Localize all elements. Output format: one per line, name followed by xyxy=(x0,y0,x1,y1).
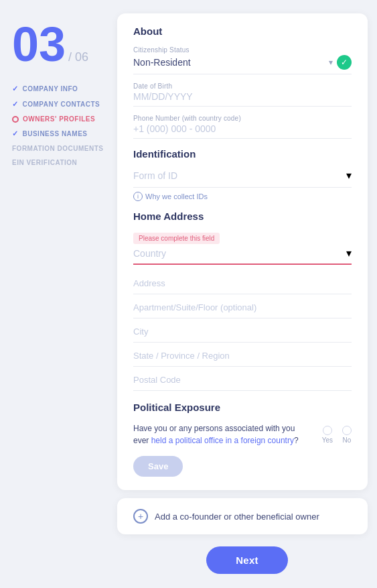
sidebar: 03 / 06 ✓ COMPANY INFO ✓ COMPANY CONTACT… xyxy=(0,13,117,581)
political-title: Political Exposure xyxy=(133,402,352,413)
political-question-row: Have you or any persons associated with … xyxy=(133,422,352,447)
apt-field[interactable]: Apartment/Suite/Floor (optional) xyxy=(133,297,352,318)
sidebar-item-label: EIN VERIFICATION xyxy=(12,159,77,166)
country-placeholder: Country xyxy=(133,248,166,259)
citizenship-value: Non-Resident ▾ ✓ xyxy=(133,55,352,74)
dropdown-arrow-icon: ▾ xyxy=(346,169,352,182)
checkmark-icon: ✓ xyxy=(337,55,352,70)
sidebar-item-label: FORMATION DOCUMENTS xyxy=(12,145,104,152)
sidebar-item-formation-docs[interactable]: FORMATION DOCUMENTS xyxy=(12,145,117,152)
step-indicator: 03 / 06 xyxy=(12,20,117,68)
why-collect-link[interactable]: i Why we collect IDs xyxy=(133,192,352,201)
radio-circle-icon xyxy=(342,426,352,435)
radio-circle-icon xyxy=(323,426,332,435)
sidebar-nav: ✓ COMPANY INFO ✓ COMPANY CONTACTS OWNERS… xyxy=(12,84,117,166)
sidebar-item-ein[interactable]: EIN VERIFICATION xyxy=(12,159,117,166)
yes-label: Yes xyxy=(322,436,333,444)
phone-label: Phone Number (with country code) xyxy=(133,115,352,122)
check-icon: ✓ xyxy=(12,84,19,93)
next-button-wrapper: Next xyxy=(117,546,377,581)
add-cofounder-text: Add a co-founder or other beneficial own… xyxy=(155,512,319,522)
dob-value[interactable]: MM/DD/YYYY xyxy=(133,91,352,107)
dropdown-arrow-icon: ▾ xyxy=(329,58,333,67)
check-icon: ✓ xyxy=(12,129,19,138)
sidebar-item-company-contacts[interactable]: ✓ COMPANY CONTACTS xyxy=(12,100,117,109)
phone-value[interactable]: +1 (000) 000 - 0000 xyxy=(133,123,352,139)
add-cofounder-card[interactable]: + Add a co-founder or other beneficial o… xyxy=(117,498,368,534)
check-icon: ✓ xyxy=(12,100,19,109)
identification-section: Identification Form of ID ▾ i Why we col… xyxy=(133,148,352,201)
city-field[interactable]: City xyxy=(133,321,352,343)
country-field[interactable]: Country ▾ xyxy=(133,247,352,265)
yes-radio[interactable] xyxy=(323,426,332,435)
postal-field[interactable]: Postal Code xyxy=(133,369,352,391)
citizenship-field: Citizenship Status Non-Resident ▾ ✓ xyxy=(133,46,352,74)
add-circle-icon: + xyxy=(133,509,148,524)
step-total: / 06 xyxy=(68,51,88,63)
why-collect-text: Why we collect IDs xyxy=(145,192,208,200)
step-current: 03 xyxy=(12,20,66,68)
sidebar-item-business-names[interactable]: ✓ BUSINESS NAMES xyxy=(12,129,117,138)
main-card: About Citizenship Status Non-Resident ▾ … xyxy=(117,13,368,490)
state-field[interactable]: State / Province / Region xyxy=(133,345,352,367)
citizenship-label: Citizenship Status xyxy=(133,46,352,54)
no-radio[interactable] xyxy=(342,426,352,435)
phone-field: Phone Number (with country code) +1 (000… xyxy=(133,115,352,139)
dropdown-arrow-icon: ▾ xyxy=(346,247,352,259)
sidebar-item-label: COMPANY CONTACTS xyxy=(23,101,100,108)
dob-label: Date of Birth xyxy=(133,82,352,90)
identification-title: Identification xyxy=(133,148,352,160)
sidebar-item-owners-profiles[interactable]: OWNERS' PROFILES xyxy=(12,115,117,123)
address-field[interactable]: Address xyxy=(133,273,352,294)
no-label: No xyxy=(343,436,352,444)
save-button[interactable]: Save xyxy=(133,456,183,477)
political-question-text: Have you or any persons associated with … xyxy=(133,422,310,447)
home-address-section: Home Address Please complete this field … xyxy=(133,211,352,391)
sidebar-item-company-info[interactable]: ✓ COMPANY INFO xyxy=(12,84,117,93)
info-icon: i xyxy=(133,192,143,201)
form-id-label: Form of ID xyxy=(133,170,177,181)
about-section-title: About xyxy=(133,25,352,37)
sidebar-item-label: BUSINESS NAMES xyxy=(23,130,88,137)
next-button[interactable]: Next xyxy=(206,546,288,574)
dob-field: Date of Birth MM/DD/YYYY xyxy=(133,82,352,107)
error-badge: Please complete this field xyxy=(133,233,220,244)
sidebar-item-label: COMPANY INFO xyxy=(23,85,78,93)
active-dot-icon xyxy=(12,116,19,123)
sidebar-item-label: OWNERS' PROFILES xyxy=(23,115,95,123)
home-address-title: Home Address xyxy=(133,211,352,222)
political-section: Political Exposure Have you or any perso… xyxy=(133,402,352,477)
form-id-row[interactable]: Form of ID ▾ xyxy=(133,169,352,188)
